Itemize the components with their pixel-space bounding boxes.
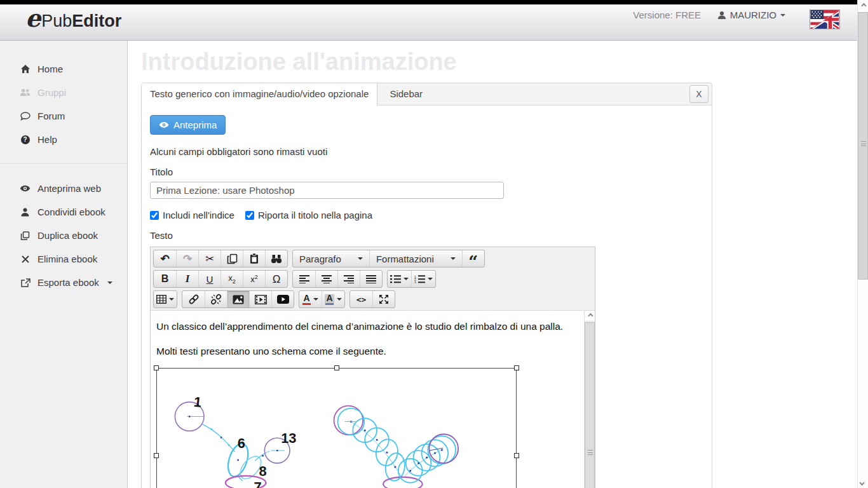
- special-char-button[interactable]: Ω: [265, 271, 287, 287]
- align-left-button[interactable]: [293, 271, 315, 287]
- chevron-down-icon: [337, 298, 342, 301]
- close-button[interactable]: X: [689, 85, 709, 103]
- editor-content[interactable]: Un classico dell’apprendimento del cinem…: [151, 311, 585, 488]
- page-scroll-up-button[interactable]: [858, 0, 868, 11]
- checkbox-label: Riporta il titolo nella pagina: [258, 210, 372, 220]
- blockquote-button[interactable]: “: [462, 250, 484, 267]
- sidebar-item-gruppi[interactable]: Gruppi: [0, 81, 127, 104]
- sidebar-item-label: Esporta ebook: [37, 277, 99, 288]
- page-scroll-down-button[interactable]: [858, 477, 868, 488]
- sidebar-item-label: Help: [37, 134, 57, 145]
- cut-button[interactable]: ✂: [198, 250, 220, 267]
- sidebar-item-help[interactable]: ? Help: [0, 128, 127, 151]
- align-right-button[interactable]: [337, 271, 360, 287]
- align-left-icon: [299, 274, 309, 283]
- table-button[interactable]: [154, 291, 177, 308]
- source-code-button[interactable]: <>: [350, 291, 372, 308]
- resize-handle-mid-left[interactable]: [154, 453, 159, 458]
- paragraph-format-dropdown[interactable]: Paragrafo: [293, 250, 369, 267]
- align-right-icon: [344, 274, 354, 283]
- sidebar-item-elimina-ebook[interactable]: Elimina ebook: [0, 247, 127, 271]
- italic-button[interactable]: I: [176, 271, 198, 287]
- background-color-button[interactable]: A: [322, 291, 344, 308]
- chevron-down-icon: [169, 298, 174, 301]
- sidebar-item-duplica-ebook[interactable]: Duplica ebook: [0, 224, 127, 247]
- riporta-titolo-checkbox[interactable]: [245, 211, 254, 220]
- align-center-button[interactable]: [315, 271, 337, 287]
- bold-button[interactable]: B: [154, 271, 176, 287]
- app-logo[interactable]: ePubEditor: [25, 6, 121, 31]
- checkbox-includi-indice[interactable]: Includi nell'indice: [150, 210, 234, 220]
- insert-media-button[interactable]: [249, 291, 271, 308]
- underline-button[interactable]: U: [198, 271, 220, 287]
- includi-indice-checkbox[interactable]: [150, 211, 159, 220]
- sidebar-item-condividi-ebook[interactable]: Condividi ebook: [0, 200, 127, 224]
- preview-button[interactable]: Anteprima: [150, 115, 226, 135]
- binoculars-icon: [271, 254, 282, 264]
- selected-image[interactable]: 1 6 8: [156, 368, 517, 488]
- editor-paragraph: Un classico dell’apprendimento del cinem…: [156, 321, 579, 332]
- formats-dropdown[interactable]: Formattazioni: [369, 250, 462, 267]
- sidebar-item-forum[interactable]: Forum: [0, 104, 127, 128]
- align-justify-button[interactable]: [360, 271, 382, 287]
- find-replace-button[interactable]: [265, 250, 287, 267]
- source-code-icon: <>: [356, 295, 367, 304]
- titolo-input[interactable]: [150, 182, 504, 199]
- resize-handle-mid-right[interactable]: [514, 453, 519, 458]
- logo-editor: Editor: [72, 11, 121, 31]
- sidebar-divider: [0, 163, 127, 164]
- superscript-button[interactable]: x2: [243, 271, 265, 287]
- subscript-button[interactable]: x2: [220, 271, 243, 287]
- rich-text-editor: ↶ ↷ ✂: [150, 247, 595, 488]
- numbered-list-button[interactable]: 123: [411, 271, 435, 287]
- editor-scroll-up-button[interactable]: [585, 311, 595, 322]
- youtube-icon: [277, 295, 289, 304]
- chevron-down-icon: [107, 281, 112, 284]
- sidebar-item-anteprima-web[interactable]: Anteprima web: [0, 177, 127, 200]
- app-header: ePubEditor Versione: FREE MAURIZIO: [0, 4, 868, 41]
- diagram-label-8: 8: [259, 463, 266, 479]
- omega-icon: Ω: [273, 274, 281, 285]
- resize-handle-top-left[interactable]: [154, 365, 159, 370]
- language-flag-icon[interactable]: [810, 10, 840, 29]
- insert-link-button[interactable]: [182, 291, 205, 308]
- editor-scrollbar[interactable]: [584, 311, 595, 488]
- eye-icon: [159, 121, 169, 128]
- tab-strip: Testo generico con immagine/audio/video …: [142, 83, 712, 105]
- resize-handle-top-center[interactable]: [334, 365, 339, 370]
- text-color-button[interactable]: A: [299, 291, 322, 308]
- copy-icon: [227, 254, 238, 264]
- editor-scroll-thumb[interactable]: [585, 322, 595, 488]
- sidebar-item-esporta-ebook[interactable]: Esporta ebook: [0, 271, 127, 294]
- checkbox-riporta-titolo[interactable]: Riporta il titolo nella pagina: [245, 210, 372, 220]
- remove-link-button[interactable]: [205, 291, 227, 308]
- resize-handle-top-right[interactable]: [514, 365, 519, 370]
- user-menu[interactable]: MAURIZIO: [717, 10, 785, 20]
- redo-button[interactable]: ↷: [176, 250, 198, 267]
- speech-bubble-icon: [20, 112, 31, 121]
- tab-sidebar[interactable]: Sidebar: [377, 83, 435, 105]
- preview-button-label: Anteprima: [173, 119, 217, 130]
- numbered-list-icon: 123: [414, 275, 425, 283]
- undo-button[interactable]: ↶: [154, 250, 176, 267]
- sidebar-item-label: Gruppi: [37, 87, 66, 98]
- sidebar-item-label: Elimina ebook: [37, 254, 97, 264]
- youtube-button[interactable]: [271, 291, 294, 308]
- page-scrollbar[interactable]: [857, 0, 868, 488]
- diagram-label-1: 1: [193, 394, 203, 410]
- fullscreen-button[interactable]: [372, 291, 395, 308]
- paste-button[interactable]: [243, 250, 265, 267]
- bullet-list-button[interactable]: [388, 271, 411, 287]
- sidebar-item-home[interactable]: Home: [0, 57, 127, 81]
- italic-icon: I: [186, 273, 190, 285]
- chevron-up-icon: [588, 313, 593, 318]
- tab-testo-generico[interactable]: Testo generico con immagine/audio/video …: [142, 83, 377, 105]
- copy-button[interactable]: [220, 250, 243, 267]
- background-color-icon: A: [325, 294, 334, 305]
- insert-image-button[interactable]: [227, 291, 249, 308]
- version-label: Versione: FREE: [633, 10, 701, 20]
- formats-value: Formattazioni: [376, 254, 434, 264]
- align-justify-icon: [366, 274, 376, 283]
- user-icon: [717, 11, 726, 20]
- page-scroll-thumb[interactable]: [858, 12, 868, 280]
